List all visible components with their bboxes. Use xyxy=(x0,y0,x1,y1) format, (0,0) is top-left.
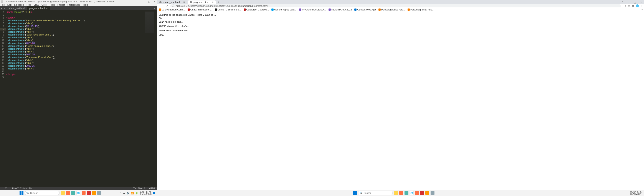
code-area[interactable]: <meta charset="UTF-8"> <script> document… xyxy=(6,10,144,187)
output-line: La suma de las edades de Carlos, Pedro y… xyxy=(159,13,642,17)
brave-icon[interactable] xyxy=(415,191,419,195)
chrome-icon[interactable]: 🌐 xyxy=(76,191,80,195)
profile-avatar[interactable] xyxy=(636,4,639,8)
tab-close-icon[interactable]: ✕ xyxy=(46,7,48,9)
close-button[interactable]: ✕ xyxy=(154,0,156,3)
favicon-icon xyxy=(190,1,192,3)
explorer-icon[interactable] xyxy=(394,191,398,195)
bookmark-label: Uso de Vcpkg para... xyxy=(274,8,296,11)
start-button[interactable] xyxy=(353,191,357,195)
menu-help[interactable]: Help xyxy=(83,4,88,6)
bookmark-item[interactable]: La Evaluación Cond... xyxy=(158,8,186,11)
bookmark-label: Curso | CS50's Intro... xyxy=(218,8,241,11)
site-info-icon[interactable]: ⓘ xyxy=(172,4,174,8)
bookmark-item[interactable]: Curso | CS50's Intro... xyxy=(214,8,242,11)
explorer-icon[interactable] xyxy=(61,191,65,195)
settings-icon[interactable] xyxy=(430,191,434,195)
url-input[interactable]: ⓘ Archivo | C:/Users/Adriana/Documents/L… xyxy=(170,4,621,8)
panel-switcher-icon[interactable] xyxy=(5,187,7,189)
bookmark-item[interactable]: Psicodiagnosis: Psic... xyxy=(407,8,435,11)
taskbar-left[interactable]: 🔍 Buscar 🌐 ˄ ☁ 🔊 📶 🔋 05:14 p. m. xyxy=(0,190,157,196)
forward-button[interactable]: → xyxy=(162,5,165,7)
bookmark-favicon-icon xyxy=(299,9,301,11)
bookmark-favicon-icon xyxy=(328,9,331,11)
word-icon[interactable] xyxy=(404,191,408,195)
share-icon[interactable]: ⇪ xyxy=(624,4,627,7)
bookmarks-overflow-icon[interactable]: » xyxy=(642,8,643,11)
menu-selection[interactable]: Selection xyxy=(14,4,24,6)
chrome-tabbar: primer_test.html ✕ programa.html ✕ + ˅ —… xyxy=(157,0,644,4)
back-button[interactable]: ← xyxy=(158,5,162,7)
maximize-button[interactable]: ▢ xyxy=(148,0,150,3)
chrome-tab-primer[interactable]: primer_test.html ✕ xyxy=(157,1,187,4)
maximize-button[interactable]: ▢ xyxy=(632,1,638,4)
notification-icon[interactable] xyxy=(153,192,155,194)
clock[interactable]: 05:14 p. m. 05/04/2023 xyxy=(630,191,642,195)
bookmark-label: PROGRAMA DE MA... xyxy=(302,8,326,11)
tab-primer-test[interactable]: primer_test.html xyxy=(6,6,27,10)
bookmark-item[interactable]: CS50: Introduction... xyxy=(187,8,213,11)
tab-close-icon[interactable]: ✕ xyxy=(183,1,185,3)
status-tabsize[interactable]: Tab Size: 4 xyxy=(133,187,145,190)
status-syntax[interactable]: HTML xyxy=(149,187,156,190)
tab-nav-back-icon[interactable]: ◂ xyxy=(0,7,3,10)
powerpoint-icon[interactable] xyxy=(399,191,403,195)
menu-edit[interactable]: Edit xyxy=(8,4,12,6)
menu-view[interactable]: View xyxy=(34,4,39,6)
sublime-icon[interactable] xyxy=(92,191,96,195)
minimap[interactable] xyxy=(144,10,157,187)
settings-icon[interactable] xyxy=(97,191,101,195)
sublime-icon[interactable] xyxy=(425,191,429,195)
chrome-icon[interactable]: 🌐 xyxy=(410,191,414,195)
sidepanel-icon[interactable]: ▣ xyxy=(632,4,634,7)
taskbar-search[interactable]: 🔍 Buscar xyxy=(25,191,60,195)
battery-icon[interactable]: 🔋 xyxy=(135,192,138,194)
tab-programa[interactable]: programa.html ✕ xyxy=(27,6,50,10)
minimize-button[interactable]: — xyxy=(626,1,632,4)
bookmark-favicon-icon xyxy=(215,9,217,11)
output-line: Juan nacio en el año... xyxy=(159,20,642,24)
system-tray[interactable]: 05:14 p. m. 05/04/2023 xyxy=(630,191,642,195)
chrome-tab-programa[interactable]: programa.html ✕ xyxy=(188,1,216,4)
bookmark-item[interactable]: INVENTARIO 2022 xyxy=(328,8,352,11)
tab-overflow-icon[interactable]: ▾ xyxy=(153,7,157,10)
menu-goto[interactable]: Goto xyxy=(42,4,47,6)
tray-chevron-icon[interactable]: ˄ xyxy=(120,192,122,194)
bookmark-item[interactable]: Uso de Vcpkg para... xyxy=(271,8,297,11)
start-button[interactable] xyxy=(20,191,24,195)
tab-close-icon[interactable]: ✕ xyxy=(212,1,214,3)
wifi-icon[interactable]: 📶 xyxy=(131,192,134,194)
app-icon-red[interactable] xyxy=(420,191,424,195)
kebab-menu-icon[interactable]: ⋮ xyxy=(640,4,643,7)
brave-icon[interactable] xyxy=(82,191,86,195)
taskbar-right[interactable]: 🔍 Buscar 🌐 05:14 p. m. 05/04/2023 xyxy=(157,190,644,196)
taskbar-search[interactable]: 🔍 Buscar xyxy=(358,191,393,195)
chrome-window: primer_test.html ✕ programa.html ✕ + ˅ —… xyxy=(157,0,644,196)
powerpoint-icon[interactable] xyxy=(66,191,70,195)
menu-preferences[interactable]: Preferences xyxy=(68,4,80,6)
volume-icon[interactable]: 🔊 xyxy=(126,192,130,194)
clock[interactable]: 05:14 p. m. 05/04/2023 xyxy=(140,191,152,195)
close-button[interactable]: ✕ xyxy=(638,1,644,4)
bookmark-star-icon[interactable]: ☆ xyxy=(628,4,630,7)
menu-find[interactable]: Find xyxy=(26,4,31,6)
bookmark-item[interactable]: PROGRAMA DE MA... xyxy=(298,8,327,11)
editor[interactable]: 123456789101112131415161718192021222324 … xyxy=(0,10,157,187)
menu-tools[interactable]: Tools xyxy=(49,4,55,6)
app-icon-red[interactable] xyxy=(87,191,91,195)
bookmark-item[interactable]: Outlook Web App xyxy=(354,8,376,11)
menu-project[interactable]: Project xyxy=(58,4,65,6)
word-icon[interactable] xyxy=(71,191,75,195)
url-scheme: Archivo | xyxy=(176,5,185,7)
bookmark-item[interactable]: Catalog of Courses... xyxy=(243,8,270,11)
chevron-down-icon[interactable]: ˅ xyxy=(620,1,626,4)
system-tray[interactable]: ˄ ☁ 🔊 📶 🔋 05:14 p. m. 05/04/2023 xyxy=(120,191,155,195)
titlebar[interactable]: C:\Users\Adriana\Documents\Logica de Pro… xyxy=(0,0,157,3)
new-tab-button[interactable]: + xyxy=(216,1,221,4)
tab-nav-fwd-icon[interactable]: ▸ xyxy=(3,7,6,10)
minimize-button[interactable]: — xyxy=(142,0,145,3)
menu-file[interactable]: File xyxy=(1,4,5,6)
reload-button[interactable]: ⟳ xyxy=(165,4,168,7)
bookmark-item[interactable]: Psicodiagnosis: Psic... xyxy=(378,8,406,11)
onedrive-icon[interactable]: ☁ xyxy=(123,192,125,194)
